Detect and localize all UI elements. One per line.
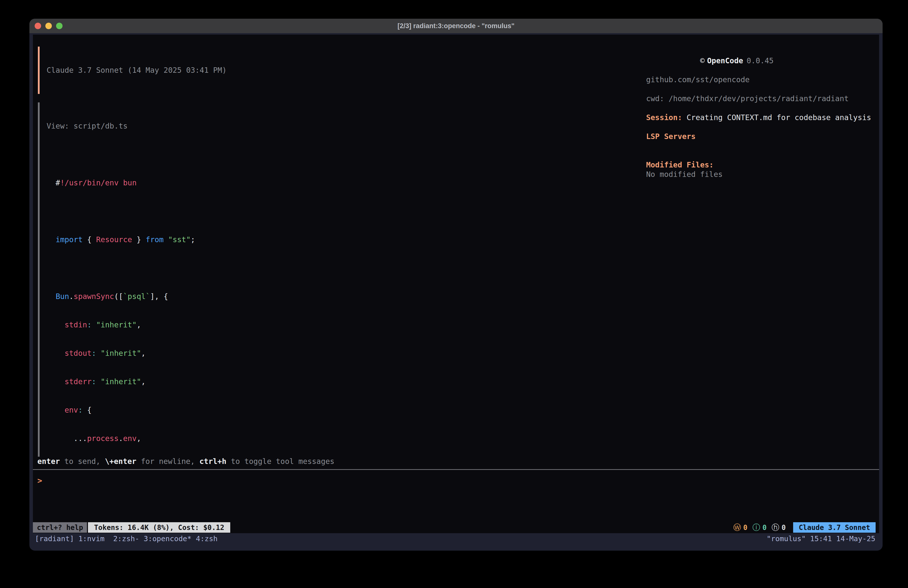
code-line: stdin: "inherit", [47,320,646,330]
session-title: Creating CONTEXT.md for codebase analysi… [682,113,871,122]
status-right: Ⓦ0 ⓘ0 ⓗ0 Claude 3.7 Sonnet [733,522,876,533]
session-label: Session: [646,113,682,122]
status-left: ctrl+? help Tokens: 16.4K (8%), Cost: $0… [33,522,230,533]
tmux-session-clock: "romulus" 15:41 14-May-25 [767,535,876,543]
info-icon: ⓘ [752,522,760,533]
warning-counter: Ⓦ0 [733,522,747,533]
lsp-servers-heading: LSP Servers [646,132,874,141]
hint-count: 0 [782,524,786,532]
app-version: 0.0.45 [747,56,773,65]
tool-title: View: script/db.ts [47,121,646,131]
opencode-logo-icon: © [700,56,705,65]
chat-transcript: Claude 3.7 Sonnet (14 May 2025 03:41 PM)… [38,47,646,457]
terminal-window: [2/3] radiant:3:opencode - "romulus" Cla… [29,19,882,551]
code-line [47,263,646,273]
window-title: [2/3] radiant:3:opencode - "romulus" [29,22,882,30]
info-count: 0 [763,524,767,532]
modified-files-empty: No modified files [646,170,874,179]
hint-icon: ⓗ [772,522,779,533]
code-line: import { Resource } from "sst"; [47,235,646,245]
status-bar: ctrl+? help Tokens: 16.4K (8%), Cost: $0… [33,522,879,533]
cwd-line: cwd: /home/thdxr/dev/projects/radiant/ra… [646,94,874,103]
code-line: Bun.spawnSync([`psql`], { [47,292,646,301]
help-shortcut-badge: ctrl+? help [33,522,87,533]
code-line: #!/usr/bin/env bun [47,178,646,188]
code-line: ...process.env, [47,434,646,443]
code-line [47,206,646,216]
code-line: stdout: "inherit", [47,348,646,358]
code-line: env: { [47,405,646,415]
model-badge[interactable]: Claude 3.7 Sonnet [793,522,876,533]
model-stamp: Claude 3.7 Sonnet (14 May 2025 03:41 PM) [47,66,646,75]
tmux-status-bar: [radiant] 1:nvim 2:zsh- 3:opencode* 4:zs… [33,533,879,544]
repo-link: github.com/sst/opencode [646,75,874,84]
code-line: stderr: "inherit", [47,377,646,387]
composer-input[interactable]: > [33,470,879,522]
titlebar[interactable]: [2/3] radiant:3:opencode - "romulus" [29,19,882,33]
terminal-body: Claude 3.7 Sonnet (14 May 2025 03:41 PM)… [29,33,882,551]
chat-area: Claude 3.7 Sonnet (14 May 2025 03:41 PM)… [33,35,879,457]
tokens-cost-badge: Tokens: 16.4K (8%), Cost: $0.12 [88,522,230,533]
warning-icon: Ⓦ [733,522,741,533]
tmux-window-list[interactable]: [radiant] 1:nvim 2:zsh- 3:opencode* 4:zs… [35,535,217,543]
code-line [47,150,646,159]
composer-hint: enter to send, \+enter for newline, ctrl… [33,457,879,469]
prompt-caret: > [37,476,42,485]
warning-count: 0 [743,524,747,532]
modified-files-heading: Modified Files: [646,160,874,170]
sidebar: ©OpenCode0.0.45 github.com/sst/opencode … [646,47,879,457]
session-line: Session: Creating CONTEXT.md for codebas… [646,113,874,122]
app-name: OpenCode [707,56,743,65]
app-logo: ©OpenCode0.0.45 [646,47,874,75]
info-counter: ⓘ0 [752,522,767,533]
opencode-app: Claude 3.7 Sonnet (14 May 2025 03:41 PM)… [33,35,879,533]
message-stamp-block: Claude 3.7 Sonnet (14 May 2025 03:41 PM) [38,47,646,94]
view-tool-block: View: script/db.ts #!/usr/bin/env bun im… [38,102,646,457]
hint-counter: ⓗ0 [772,522,786,533]
